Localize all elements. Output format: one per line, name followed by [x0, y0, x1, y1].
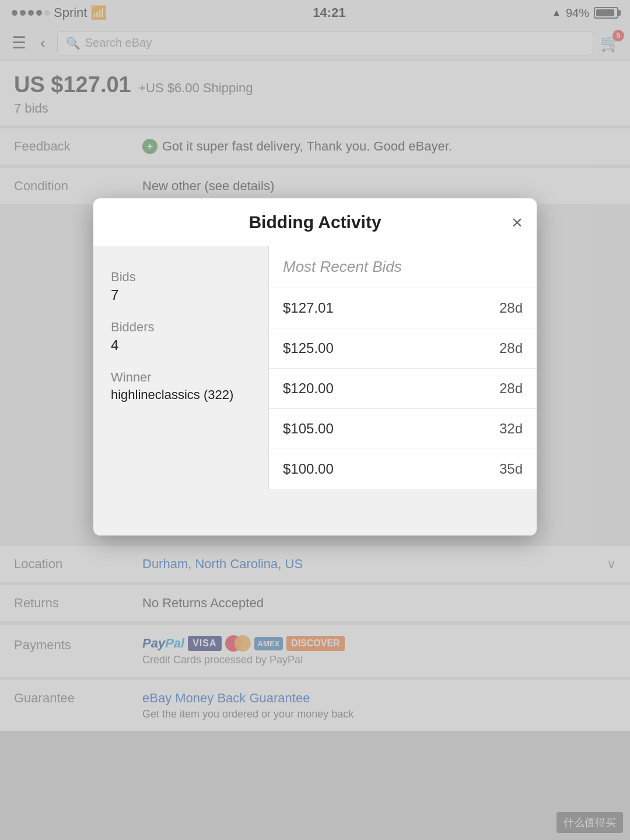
- bids-stat: Bids 7: [111, 270, 251, 303]
- bidders-stat: Bidders 4: [111, 320, 251, 354]
- modal-header: Bidding Activity ×: [93, 198, 537, 246]
- winner-stat: Winner highlineclassics (322): [111, 370, 251, 402]
- modal-overlay: Bidding Activity × Bids 7 Bidders 4 Winn…: [0, 0, 630, 840]
- bidding-activity-modal: Bidding Activity × Bids 7 Bidders 4 Winn…: [93, 198, 537, 536]
- bid-amount-1: $125.00: [283, 340, 334, 356]
- bid-time-4: 35d: [499, 461, 523, 477]
- bid-row-1: $125.00 28d: [269, 328, 537, 368]
- bid-row-2: $120.00 28d: [269, 368, 537, 408]
- bid-time-1: 28d: [499, 340, 523, 356]
- bid-row-4: $100.00 35d: [269, 449, 537, 489]
- bid-time-2: 28d: [499, 380, 523, 397]
- bids-stat-value: 7: [111, 287, 251, 303]
- bids-list: Most Recent Bids $127.01 28d $125.00 28d…: [268, 246, 537, 489]
- modal-stats: Bids 7 Bidders 4 Winner highlineclassics…: [93, 246, 268, 489]
- modal-title: Bidding Activity: [249, 212, 381, 232]
- bid-amount-4: $100.00: [283, 461, 334, 477]
- bid-amount-0: $127.01: [283, 300, 334, 316]
- modal-footer: [93, 489, 537, 536]
- winner-stat-value: highlineclassics (322): [111, 387, 251, 402]
- bids-list-header: Most Recent Bids: [269, 246, 537, 288]
- bid-amount-2: $120.00: [283, 380, 334, 397]
- bid-row-0: $127.01 28d: [269, 288, 537, 328]
- bid-time-3: 32d: [499, 421, 523, 437]
- bid-row-3: $105.00 32d: [269, 408, 537, 449]
- bid-amount-3: $105.00: [283, 421, 334, 437]
- close-button[interactable]: ×: [512, 213, 523, 232]
- bidders-stat-value: 4: [111, 337, 251, 354]
- bidders-stat-label: Bidders: [111, 320, 251, 335]
- bids-stat-label: Bids: [111, 270, 251, 285]
- modal-body: Bids 7 Bidders 4 Winner highlineclassics…: [93, 246, 537, 489]
- winner-stat-label: Winner: [111, 370, 251, 385]
- bid-time-0: 28d: [499, 300, 523, 316]
